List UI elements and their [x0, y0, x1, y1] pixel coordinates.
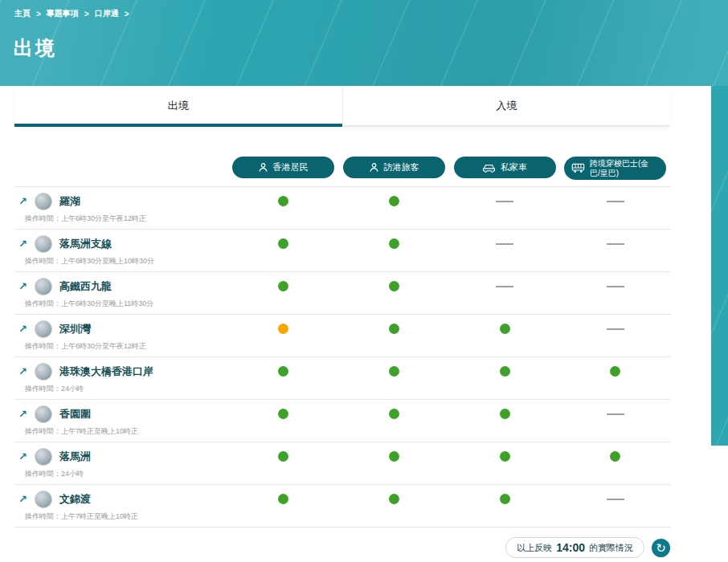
- status-dot: [389, 196, 399, 206]
- not-applicable-dash: [607, 201, 624, 202]
- refresh-row: 以上反映 14:00 的實際情況 ↻: [14, 537, 670, 558]
- external-link-icon[interactable]: ↗: [18, 280, 27, 292]
- external-link-icon[interactable]: ↗: [18, 195, 27, 207]
- status-cell: [338, 400, 449, 442]
- status-cell: [449, 272, 560, 314]
- crossing-name[interactable]: 高鐵西九龍: [59, 279, 112, 294]
- status-dot: [389, 281, 399, 291]
- external-link-icon[interactable]: ↗: [18, 408, 27, 420]
- crossing-name[interactable]: 深圳灣: [59, 322, 91, 336]
- not-applicable-dash: [607, 328, 624, 330]
- table-row: ↗落馬洲操作時間：24小時: [14, 442, 670, 484]
- status-cell: [227, 230, 338, 271]
- operating-hours: 操作時間：上午7時正至晚上10時正: [25, 511, 227, 522]
- tabs: 出境入境: [14, 86, 670, 126]
- external-link-icon[interactable]: ↗: [18, 238, 27, 250]
- status-dot: [278, 494, 288, 504]
- tab-departure[interactable]: 出境: [14, 86, 342, 125]
- crossing-cell: ↗高鐵西九龍操作時間：上午6時30分至晚上11時30分: [14, 272, 227, 314]
- external-link-icon[interactable]: ↗: [18, 493, 27, 505]
- crossing-cell: ↗羅湖操作時間：上午6時30分至午夜12時正: [14, 187, 227, 229]
- status-cell: [560, 400, 670, 442]
- status-dot: [278, 238, 288, 249]
- status-cell: [227, 357, 338, 399]
- crossing-cell: ↗深圳灣操作時間：上午6時30分至午夜12時正: [14, 315, 227, 356]
- column-button-visitors[interactable]: 訪港旅客: [343, 157, 445, 178]
- column-button-shuttle-bus[interactable]: 跨境穿梭巴士(金巴/皇巴): [564, 157, 666, 180]
- column-cell: 訪港旅客: [338, 157, 449, 180]
- table-row: ↗羅湖操作時間：上午6時30分至午夜12時正: [14, 186, 670, 229]
- status-dot: [389, 451, 399, 462]
- status-dot: [278, 324, 288, 334]
- not-applicable-dash: [496, 201, 513, 202]
- status-cell: [227, 485, 338, 527]
- operating-hours: 操作時間：上午6時30分至晚上10時30分: [25, 256, 227, 267]
- status-dot: [500, 366, 510, 377]
- status-cell: [338, 315, 449, 356]
- breadcrumb-item[interactable]: 專題事項: [47, 8, 79, 19]
- status-cell: [338, 187, 449, 229]
- table-rows: ↗羅湖操作時間：上午6時30分至午夜12時正↗落馬洲支線操作時間：上午6時30分…: [14, 186, 670, 527]
- refresh-status-button[interactable]: 以上反映 14:00 的實際情況: [505, 537, 644, 558]
- status-cell: [338, 230, 449, 271]
- crossing-thumbnail: [35, 320, 52, 338]
- table-row: ↗高鐵西九龍操作時間：上午6時30分至晚上11時30分: [14, 271, 670, 314]
- status-cell: [449, 187, 560, 229]
- content: 出境入境 香港居民訪港旅客私家車跨境穿梭巴士(金巴/皇巴) ↗羅湖操作時間：上午…: [0, 86, 728, 562]
- crossing-thumbnail: [35, 363, 52, 381]
- column-button-hk-residents[interactable]: 香港居民: [232, 157, 334, 178]
- status-dot: [389, 324, 399, 334]
- crossing-thumbnail: [35, 235, 52, 253]
- status-cell: [338, 272, 449, 314]
- refresh-icon[interactable]: ↻: [652, 539, 670, 557]
- column-label: 香港居民: [273, 162, 309, 173]
- status-dot: [278, 281, 288, 291]
- external-link-icon[interactable]: ↗: [18, 365, 27, 377]
- status-cell: [449, 400, 560, 442]
- status-cell: [338, 485, 449, 527]
- external-link-icon[interactable]: ↗: [18, 323, 27, 335]
- person-icon: [369, 162, 379, 173]
- crossing-head: ↗落馬洲支線: [14, 235, 227, 253]
- not-applicable-dash: [607, 413, 624, 415]
- status-dot: [278, 196, 288, 206]
- status-cell: [449, 485, 560, 527]
- crossing-head: ↗羅湖: [14, 193, 227, 210]
- breadcrumb-item[interactable]: 主頁: [14, 8, 31, 19]
- table-row: ↗香園圍操作時間：上午7時正至晚上10時正: [14, 399, 670, 442]
- status-cell: [227, 187, 338, 229]
- crossing-head: ↗高鐵西九龍: [14, 278, 227, 295]
- status-cell: [560, 315, 670, 356]
- operating-hours: 操作時間：上午6時30分至午夜12時正: [25, 341, 227, 352]
- crossing-thumbnail: [35, 278, 52, 295]
- crossing-name[interactable]: 羅湖: [59, 194, 80, 209]
- status-dot: [278, 366, 288, 377]
- status-cell: [560, 442, 670, 484]
- crossing-cell: ↗落馬洲支線操作時間：上午6時30分至晚上10時30分: [14, 230, 227, 271]
- status-dot: [389, 494, 399, 504]
- tab-arrival[interactable]: 入境: [342, 86, 671, 125]
- external-link-icon[interactable]: ↗: [18, 450, 27, 462]
- crossing-head: ↗深圳灣: [14, 320, 227, 338]
- crossing-name[interactable]: 香園圍: [59, 407, 91, 422]
- breadcrumb-item[interactable]: 口岸通: [95, 8, 119, 19]
- column-button-private-car[interactable]: 私家車: [454, 157, 556, 178]
- chevron-right-icon: >: [125, 10, 129, 18]
- operating-hours: 操作時間：上午6時30分至晚上11時30分: [25, 299, 227, 309]
- status-cell: [449, 442, 560, 484]
- chevron-right-icon: >: [84, 10, 89, 18]
- table-row: ↗深圳灣操作時間：上午6時30分至午夜12時正: [14, 314, 670, 356]
- operating-hours: 操作時間：上午7時正至晚上10時正: [25, 426, 227, 437]
- status-cell: [338, 357, 449, 399]
- crossing-head: ↗文錦渡: [14, 491, 227, 508]
- crossing-name[interactable]: 港珠澳大橋香港口岸: [59, 364, 153, 379]
- table-row: ↗文錦渡操作時間：上午7時正至晚上10時正: [14, 484, 670, 527]
- column-cell: 香港居民: [227, 157, 338, 180]
- crossing-name[interactable]: 落馬洲支線: [59, 237, 112, 251]
- table-row: ↗落馬洲支線操作時間：上午6時30分至晚上10時30分: [14, 229, 670, 271]
- refresh-time: 14:00: [556, 541, 585, 554]
- column-cell: 私家車: [449, 157, 560, 180]
- crossing-name[interactable]: 落馬洲: [59, 450, 91, 464]
- crossing-name[interactable]: 文錦渡: [59, 492, 91, 507]
- refresh-suffix: 的實際情況: [589, 542, 633, 554]
